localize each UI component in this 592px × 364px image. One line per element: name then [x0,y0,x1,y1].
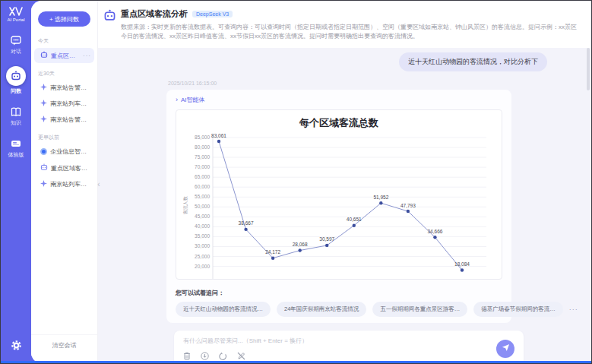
sparkle-icon [40,180,47,188]
paper-plane-icon [502,343,510,354]
chevron-right-icon: › [176,96,178,103]
content-panel: + 选择问数 今天 重点区域客流分析 ··· 近30天 南京站告警工单信息查询 … [31,1,591,363]
conversation-label: 南京站告警工单信息查询 [50,84,91,92]
nav-label: 对话 [11,48,21,55]
undo-icon[interactable] [219,352,227,360]
conversation-item[interactable]: 南京站列车信息智能查询 [34,97,94,111]
message-input[interactable] [174,331,463,343]
more-followups-button[interactable]: ··· [569,305,578,313]
conversation-item[interactable]: 南京站告警工单信息查询 [34,112,94,127]
conversation-item[interactable]: 企业信息智能查询 [34,144,94,159]
svg-text:25,000: 25,000 [195,253,210,258]
chart-card: 每个区域客流总数 85,00080,00075,00070,00065,0006… [176,109,502,280]
nav-item-trial[interactable]: 体验版 [8,138,24,159]
svg-text:18,084: 18,084 [454,261,470,267]
sidebar-collapse-button[interactable]: ‹ [95,177,103,191]
app-logo: AI Portal [7,7,24,22]
svg-text:30,000: 30,000 [195,243,210,248]
nav-item-ask-data[interactable]: 问数 [6,66,26,95]
app-window: AI Portal 对话 问数 知识 [0,0,592,364]
svg-text:70,000: 70,000 [195,164,210,169]
section-label-earlier: 更早以前 [38,134,97,141]
conversation-item[interactable]: 南京站列车信息智能查询 [34,177,94,191]
rail-nav: 对话 问数 知识 体验版 [6,34,26,159]
window-bottom-accent [1,361,591,363]
svg-text:47,793: 47,793 [400,202,416,207]
svg-text:65,000: 65,000 [195,174,210,179]
settings-button[interactable] [1,340,31,354]
sparkle-icon [40,84,47,92]
nav-label: 知识 [11,119,21,127]
followup-chip[interactable]: 五一假期期间各重点景区游客… [372,302,467,317]
svg-text:40,000: 40,000 [195,223,210,229]
conversation-label: 南京站列车信息智能查询 [50,180,91,188]
sparkle-icon [40,100,47,108]
section-label-today: 今天 [38,37,97,45]
message-composer [174,331,524,363]
book-icon [10,106,22,118]
pen-off-icon[interactable] [237,352,245,360]
conversation-sidebar: + 选择问数 今天 重点区域客流分析 ··· 近30天 南京站告警工单信息查询 … [31,1,98,363]
agent-steps-toggle[interactable]: › AI智能体 [166,90,511,109]
followup-chip[interactable]: 24年国庆假期南京站客流情况 [277,302,366,317]
agent-toggle-label: AI智能体 [181,96,205,104]
model-badge: DeepSeek V3 [192,11,233,17]
svg-text:75,000: 75,000 [195,154,210,160]
svg-text:51,952: 51,952 [373,194,388,199]
conversation-label: 重点区域客流分析 [51,52,80,60]
section-label-recent: 近30天 [38,70,97,78]
svg-text:20,000: 20,000 [195,263,210,268]
followup-chip[interactable]: 近十天红山动物园的客流情况… [176,302,271,317]
svg-text:30,597: 30,597 [319,236,334,242]
logo-text: AI Portal [7,17,24,22]
nav-label: 体验版 [8,151,24,159]
sparkle-icon [40,116,47,124]
gear-icon [11,340,22,354]
line-chart: 85,00080,00075,00070,00065,00060,00055,0… [178,131,500,279]
conversation-item[interactable]: 重点区域客流分析 [34,160,94,176]
conversation-label: 南京站列车信息智能查询 [50,100,91,108]
user-message-bubble: 近十天红山动物园的客流情况，对比分析下 [399,52,547,71]
svg-text:35,000: 35,000 [195,233,210,239]
agent-description: 数据来源：实时更新的客流数据表。可查询内容：可以查询时间（指定日期或者指定日期范… [121,23,584,42]
svg-text:83,061: 83,061 [211,132,226,138]
nav-label: 问数 [11,87,21,95]
nav-item-knowledge[interactable]: 知识 [10,106,22,127]
svg-text:28,068: 28,068 [293,242,308,247]
svg-text:55,000: 55,000 [195,194,210,199]
clear-session-button[interactable]: 清空会话 [31,334,97,356]
conversation-item[interactable]: 南京站告警工单信息查询 [34,81,94,95]
svg-text:34,666: 34,666 [427,229,442,234]
agent-header: 重点区域客流分析 DeepSeek V3 数据来源：实时更新的客流数据表。可查询… [98,1,591,48]
logo-icon [9,7,23,16]
agent-avatar-robot-icon [103,8,116,22]
robot-icon [40,163,48,173]
svg-text:38,667: 38,667 [239,220,254,226]
svg-text:85,000: 85,000 [195,135,210,140]
item-menu-icon[interactable]: ··· [83,52,91,59]
conversation-label: 南京站告警工单信息查询 [50,116,91,124]
new-session-button[interactable]: + 选择问数 [38,11,90,27]
svg-text:80,000: 80,000 [195,144,210,150]
chat-main: 重点区域客流分析 DeepSeek V3 数据来源：实时更新的客流数据表。可查询… [98,1,591,363]
svg-text:客流人数: 客流人数 [182,196,188,214]
conversation-item-active[interactable]: 重点区域客流分析 ··· [34,48,94,63]
svg-text:50,000: 50,000 [195,204,210,209]
download-circle-icon[interactable] [201,352,209,360]
conversation-label: 重点区域客流分析 [51,164,91,173]
chart-title: 每个区域客流总数 [176,110,502,131]
svg-text:60,000: 60,000 [195,184,210,189]
followup-chip[interactable]: 德基广场春节假期间的客流… [473,302,563,317]
scrollbar-thumb[interactable] [587,48,590,90]
nav-item-chat[interactable]: 对话 [10,34,22,55]
ai-answer-card: › AI智能体 每个区域客流总数 85,00080,00075,00070,00… [166,90,511,323]
svg-text:24,172: 24,172 [265,249,280,255]
send-button[interactable] [496,340,514,358]
trash-icon[interactable] [183,352,191,360]
svg-text:40,651: 40,651 [347,217,362,222]
robot-icon [6,66,26,86]
badge-icon [10,138,22,150]
composer-toolbar [183,352,245,360]
followup-label: 您可以试着追问： [176,289,502,297]
followup-chips: 近十天红山动物园的客流情况… 24年国庆假期南京站客流情况 五一假期期间各重点景… [176,302,505,317]
